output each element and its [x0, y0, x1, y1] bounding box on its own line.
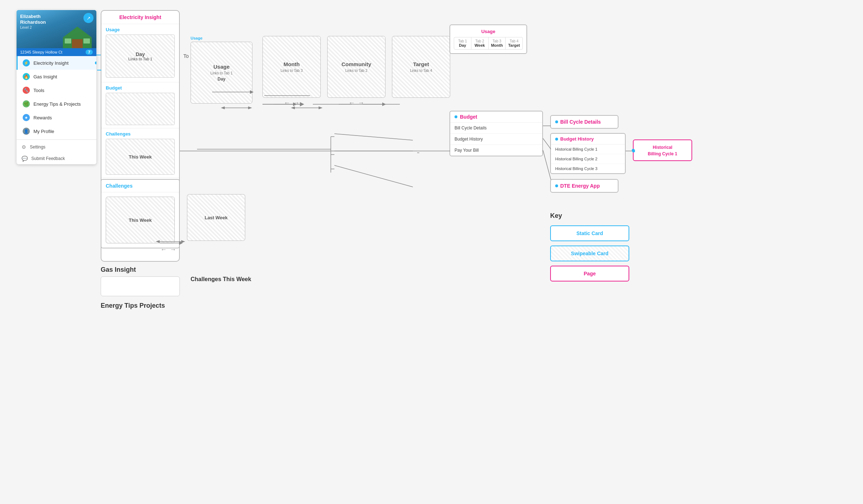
usage-day-card[interactable]: Day Links to Tab 1: [106, 35, 175, 78]
budget-history-title: Budget History: [560, 136, 594, 142]
phone-frame-title: Electricity Insight: [101, 11, 179, 24]
hist-cycle-3[interactable]: Historical Billing Cycle 3: [551, 164, 625, 173]
this-week-area: This Week: [101, 192, 179, 248]
energy-icon: 🌿: [23, 100, 30, 107]
bill-cycle-title: Bill Cycle Details: [560, 119, 601, 125]
challenges-diagram-section: Challenges This Week: [101, 179, 180, 248]
feedback-label: Submit Feedback: [31, 156, 65, 161]
username: ElizabethRichardson: [20, 14, 46, 25]
pay-your-bill-item[interactable]: Pay Your Bill: [450, 145, 542, 156]
last-week-card[interactable]: Last Week: [187, 194, 245, 241]
usage-swipe-card[interactable]: Usage Usage Links to Tab 1 Day: [191, 36, 252, 106]
usage-section: Usage Day Links to Tab 1: [101, 24, 179, 82]
user-info: ElizabethRichardson Level 2: [20, 14, 46, 29]
usage-card-main: Usage: [213, 64, 229, 70]
hist-cycle-1[interactable]: Historical Billing Cycle 1: [551, 145, 625, 154]
rewards-icon: ★: [23, 114, 30, 121]
usage-tabs-row: Tab 1 Day Tab 2 Week Tab 3 Month Tab 4 T…: [454, 37, 523, 50]
address-row[interactable]: 12345 Sleepy Hollow Ct 7: [17, 48, 96, 56]
tab3-name: Month: [490, 43, 504, 47]
challenges-this-week-card[interactable]: This Week: [106, 139, 175, 175]
usage-card-sub1: Links to Tab 1: [210, 71, 233, 75]
sidebar-item-rewards[interactable]: ★ Rewards: [17, 111, 96, 124]
tab3-num: Tab 3: [490, 39, 504, 43]
rewards-label: Rewards: [33, 115, 52, 120]
budget-box-title: Budget: [460, 114, 477, 120]
sidebar: ↗ ElizabethRichardson Level 2 12345 Slee…: [17, 10, 96, 164]
connector-dot: [95, 61, 96, 64]
address-text: 12345 Sleepy Hollow Ct: [20, 50, 62, 54]
usage-card-sub2: Day: [218, 77, 225, 82]
dte-title: DTE Energy App: [560, 183, 600, 189]
budget-history-dot: [555, 138, 558, 141]
budget-box-header: Budget: [450, 111, 542, 123]
usage-section-title: Usage: [106, 27, 175, 32]
dte-dot: [555, 184, 558, 187]
bill-cycle-header: Bill Cycle Details: [555, 119, 613, 125]
tab-target[interactable]: Tab 4 Target: [506, 37, 522, 49]
historical-billing-box: HistoricalBilling Cycle 1: [633, 139, 692, 161]
hist-cycle-2[interactable]: Historical Billing Cycle 2: [551, 154, 625, 164]
gas-icon: 🔥: [23, 73, 30, 80]
challenges-header: Challenges: [101, 180, 179, 192]
sidebar-header: ↗ ElizabethRichardson Level 2: [17, 10, 96, 48]
settings-icon: ⚙: [22, 144, 26, 150]
svg-rect-21: [83, 38, 90, 43]
budget-diagram-box: Budget Bill Cycle Details Budget History…: [449, 111, 543, 156]
gas-insight-label: Gas Insight: [101, 266, 180, 274]
month-arrows: ←→: [262, 99, 321, 107]
community-card-sub: Links to Tab 2: [345, 69, 367, 73]
tab2-name: Week: [472, 43, 487, 47]
svg-marker-43: [291, 106, 295, 109]
sidebar-item-electricity[interactable]: ⚡ Electricity Insight: [17, 56, 96, 70]
arrow-right: →: [170, 246, 176, 253]
key-static-card: Static Card: [550, 225, 629, 241]
sidebar-item-tools[interactable]: 🔧 Tools: [17, 83, 96, 97]
tab-week[interactable]: Tab 2 Week: [471, 37, 489, 49]
challenges-arrows: ← →: [160, 246, 176, 253]
budget-section: Budget: [101, 82, 179, 128]
messenger-icon[interactable]: ↗: [83, 13, 93, 23]
feedback-item[interactable]: 💬 Submit Feedback: [17, 153, 96, 164]
usage-card-label: Usage: [191, 36, 252, 40]
community-swipe-card[interactable]: Community Links to Tab 2 ←→: [327, 36, 385, 106]
tab-month[interactable]: Tab 3 Month: [489, 37, 506, 49]
arrow-left: ←: [160, 246, 167, 253]
dte-box: DTE Energy App: [550, 179, 618, 193]
sidebar-item-profile[interactable]: 👤 My Profile: [17, 124, 96, 138]
sidebar-item-gas[interactable]: 🔥 Gas Insight: [17, 70, 96, 83]
target-card-main: Target: [413, 61, 429, 67]
budget-section-title: Budget: [106, 85, 175, 91]
svg-marker-44: [319, 106, 323, 109]
key-title: Key: [550, 212, 629, 220]
sidebar-divider: [17, 139, 96, 140]
tab-day[interactable]: Tab 1 Day: [454, 37, 471, 49]
challenges-this-week-label: Challenges This Week: [191, 276, 251, 283]
svg-line-33: [543, 138, 551, 149]
historical-billing-title: HistoricalBilling Cycle 1: [648, 145, 677, 156]
this-week-card[interactable]: This Week: [106, 197, 175, 243]
budget-history-header: Budget History: [551, 134, 625, 145]
challenges-this-week-text: This Week: [129, 154, 152, 160]
sidebar-item-energy[interactable]: 🌿 Energy Tips & Projects: [17, 97, 96, 111]
key-section: Key Static Card Swipeable Card Page: [550, 212, 629, 281]
month-swipe-card[interactable]: Month Links to Tab 3 ←→: [262, 36, 321, 106]
budget-history-item-link[interactable]: Budget History: [450, 134, 542, 145]
gas-insight-section: Gas Insight: [101, 266, 180, 296]
this-week-text: This Week: [129, 217, 152, 223]
svg-line-12: [334, 134, 413, 140]
tab1-num: Tab 1: [455, 39, 470, 43]
bill-cycle-item[interactable]: Bill Cycle Details: [450, 123, 542, 134]
community-arrows: ←→: [327, 99, 385, 107]
target-card-sub: Links to Tab 4: [410, 69, 432, 73]
budget-card[interactable]: [106, 93, 175, 125]
usage-day-text: Day: [128, 51, 152, 57]
dte-header: DTE Energy App: [555, 183, 613, 189]
budget-history-panel: Budget History Historical Billing Cycle …: [550, 133, 626, 174]
svg-line-34: [543, 150, 551, 180]
settings-item[interactable]: ⚙ Settings: [17, 141, 96, 153]
budget-dot: [455, 115, 457, 118]
profile-label: My Profile: [33, 129, 54, 134]
energy-tips-label: Energy Tips Projects: [101, 302, 165, 310]
target-swipe-card[interactable]: Target Links to Tab 4: [392, 36, 450, 106]
